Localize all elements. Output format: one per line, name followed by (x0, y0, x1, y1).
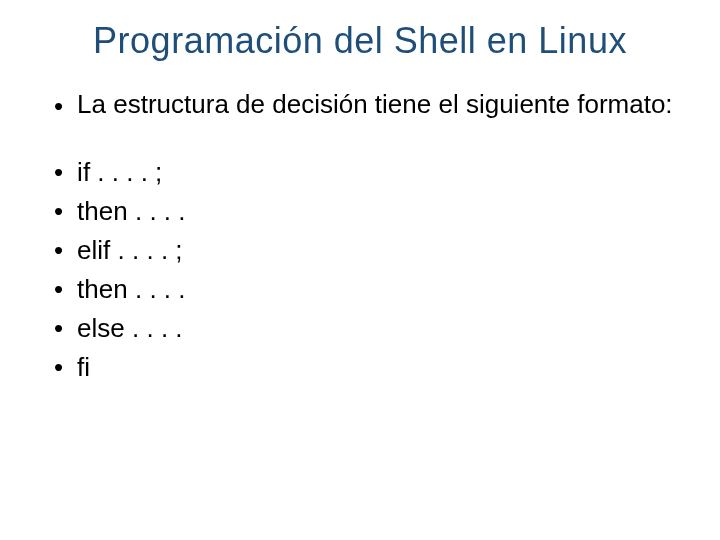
intro-text: La estructura de decisión tiene el sigui… (77, 90, 680, 120)
code-line: then . . . . (77, 272, 185, 307)
list-item: • then . . . . (54, 272, 680, 307)
code-line: then . . . . (77, 194, 185, 229)
code-line: fi (77, 350, 90, 385)
bullet-icon: • (54, 350, 63, 385)
bullet-icon: • (54, 90, 63, 123)
code-list: • if . . . . ; • then . . . . • elif . .… (54, 155, 680, 386)
code-line: if . . . . ; (77, 155, 162, 190)
list-item: • fi (54, 350, 680, 385)
code-line: elif . . . . ; (77, 233, 182, 268)
list-item: • then . . . . (54, 194, 680, 229)
list-item: • elif . . . . ; (54, 233, 680, 268)
code-line: else . . . . (77, 311, 183, 346)
slide-content: • La estructura de decisión tiene el sig… (40, 90, 680, 385)
bullet-icon: • (54, 272, 63, 307)
intro-bullet-item: • La estructura de decisión tiene el sig… (54, 90, 680, 123)
bullet-icon: • (54, 194, 63, 229)
bullet-icon: • (54, 233, 63, 268)
bullet-icon: • (54, 155, 63, 190)
bullet-icon: • (54, 311, 63, 346)
list-item: • else . . . . (54, 311, 680, 346)
slide-title: Programación del Shell en Linux (40, 20, 680, 62)
list-item: • if . . . . ; (54, 155, 680, 190)
